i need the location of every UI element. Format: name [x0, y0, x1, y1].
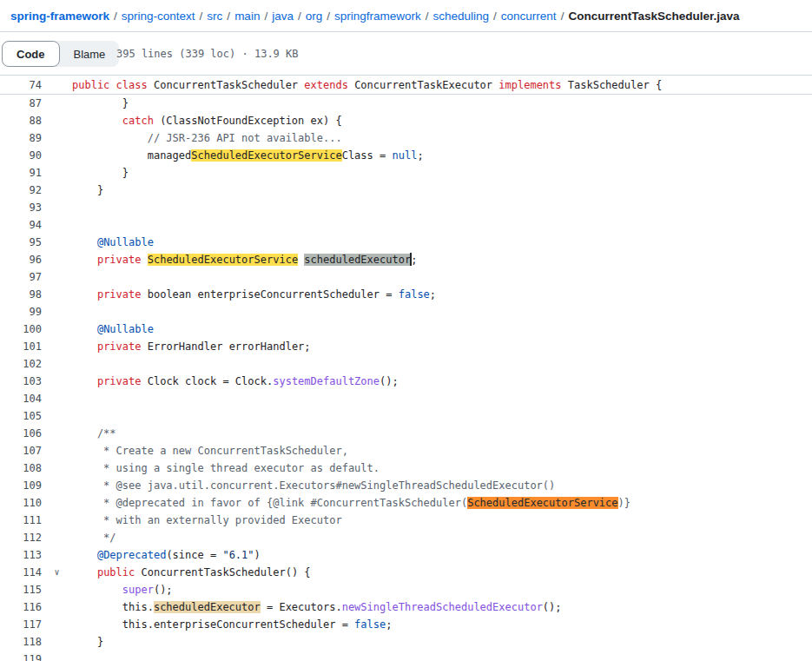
line-number[interactable]: 104 — [0, 390, 42, 407]
breadcrumb-link-springframework[interactable]: springframework — [334, 10, 421, 23]
code-text[interactable]: managedScheduledExecutorServiceClass = n… — [72, 147, 812, 164]
code-line: 90 managedScheduledExecutorServiceClass … — [0, 147, 812, 164]
line-number[interactable]: 102 — [0, 355, 42, 373]
code-text[interactable] — [72, 407, 812, 425]
line-number[interactable]: 92 — [0, 182, 42, 199]
code-text[interactable]: * using a single thread executor as defa… — [72, 459, 812, 477]
code-line: 115 super(); — [0, 581, 812, 598]
line-number[interactable]: 91 — [0, 164, 42, 182]
code-text[interactable] — [72, 355, 812, 373]
line-number[interactable]: 74 — [0, 76, 42, 94]
code-line: 119 — [0, 651, 812, 661]
line-number[interactable]: 100 — [0, 321, 42, 338]
code-text[interactable]: } — [72, 95, 812, 112]
code-text[interactable]: catch (ClassNotFoundException ex) { — [72, 112, 812, 129]
line-number[interactable]: 106 — [0, 425, 42, 442]
code-text[interactable] — [72, 651, 812, 661]
line-number[interactable]: 93 — [0, 199, 42, 216]
breadcrumb-link-spring-context[interactable]: spring-context — [122, 10, 195, 23]
line-number[interactable]: 89 — [0, 129, 42, 147]
line-number[interactable]: 101 — [0, 338, 42, 355]
chevron-slot — [42, 216, 72, 234]
code-line: 99 — [0, 303, 812, 321]
code-text[interactable]: public class ConcurrentTaskScheduler ext… — [72, 76, 812, 94]
breadcrumb-link-src[interactable]: src — [207, 10, 222, 23]
tab-code[interactable]: Code — [2, 41, 60, 67]
code-text[interactable] — [72, 390, 812, 407]
line-number[interactable]: 118 — [0, 633, 42, 651]
code-text[interactable]: @Nullable — [72, 321, 812, 338]
code-line: 110 * @deprecated in favor of {@link #Co… — [0, 494, 812, 512]
code-text[interactable]: } — [72, 633, 812, 651]
code-text[interactable] — [72, 199, 812, 216]
code-text[interactable]: @Nullable — [72, 234, 812, 251]
collapse-chevron-icon[interactable]: ∨ — [42, 564, 72, 581]
code-text[interactable]: * @see java.util.concurrent.Executors#ne… — [72, 477, 812, 494]
line-number[interactable]: 112 — [0, 529, 42, 546]
line-number[interactable]: 105 — [0, 407, 42, 425]
line-number[interactable]: 95 — [0, 234, 42, 251]
code-text[interactable]: super(); — [72, 581, 812, 598]
line-number[interactable]: 117 — [0, 616, 42, 633]
code-line: 117 this.enterpriseConcurrentScheduler =… — [0, 616, 812, 633]
code-text[interactable]: // JSR-236 API not available... — [72, 129, 812, 147]
line-number[interactable]: 108 — [0, 459, 42, 477]
code-text[interactable]: } — [72, 164, 812, 182]
code-line: 112 */ — [0, 529, 812, 546]
code-text[interactable] — [72, 216, 812, 234]
tab-blame[interactable]: Blame — [60, 41, 120, 67]
code-text[interactable] — [72, 303, 812, 321]
code-text[interactable]: public ConcurrentTaskScheduler() { — [72, 564, 812, 581]
line-number[interactable]: 113 — [0, 546, 42, 564]
line-number[interactable]: 88 — [0, 112, 42, 129]
line-number[interactable]: 103 — [0, 373, 42, 390]
line-number[interactable]: 99 — [0, 303, 42, 321]
code-text[interactable]: } — [72, 182, 812, 199]
chevron-slot — [42, 76, 72, 94]
code-line: 87 } — [0, 95, 812, 112]
chevron-slot — [42, 390, 72, 407]
code-text[interactable]: */ — [72, 529, 812, 546]
chevron-slot — [42, 651, 72, 661]
line-number[interactable]: 110 — [0, 494, 42, 512]
code-text[interactable]: /** — [72, 425, 812, 442]
breadcrumb-link-spring-framework[interactable]: spring-framework — [10, 10, 109, 23]
code-line: 107 * Create a new ConcurrentTaskSchedul… — [0, 442, 812, 459]
line-number[interactable]: 90 — [0, 147, 42, 164]
breadcrumb-link-concurrent[interactable]: concurrent — [501, 10, 557, 23]
line-number[interactable]: 116 — [0, 598, 42, 616]
line-number[interactable]: 114 — [0, 564, 42, 581]
code-text[interactable]: private ErrorHandler errorHandler; — [72, 338, 812, 355]
code-text[interactable] — [72, 268, 812, 286]
file-toolbar: Code Blame 395 lines (339 loc) · 13.9 KB — [0, 32, 812, 76]
code-line: 95 @Nullable — [0, 234, 812, 251]
code-text[interactable]: * with an externally provided Executor — [72, 512, 812, 529]
code-text[interactable]: private ScheduledExecutorService schedul… — [72, 251, 812, 268]
breadcrumb-link-main[interactable]: main — [234, 10, 260, 23]
line-number[interactable]: 115 — [0, 581, 42, 598]
code-text[interactable]: * @deprecated in favor of {@link #Concur… — [72, 494, 812, 512]
breadcrumb-link-java[interactable]: java — [272, 10, 294, 23]
breadcrumb-current-file: ConcurrentTaskScheduler.java — [568, 10, 739, 23]
code-text[interactable]: this.enterpriseConcurrentScheduler = fal… — [72, 616, 812, 633]
code-text[interactable]: * Create a new ConcurrentTaskScheduler, — [72, 442, 812, 459]
line-number[interactable]: 94 — [0, 216, 42, 234]
breadcrumb-link-scheduling[interactable]: scheduling — [433, 10, 490, 23]
code-text[interactable]: @Deprecated(since = "6.1") — [72, 546, 812, 564]
sticky-context-line: 74public class ConcurrentTaskScheduler e… — [0, 76, 812, 95]
line-number[interactable]: 111 — [0, 512, 42, 529]
code-text[interactable]: private Clock clock = Clock.systemDefaul… — [72, 373, 812, 390]
line-number[interactable]: 96 — [0, 251, 42, 268]
code-text[interactable]: private boolean enterpriseConcurrentSche… — [72, 286, 812, 303]
line-number[interactable]: 97 — [0, 268, 42, 286]
code-text[interactable]: this.scheduledExecutor = Executors.newSi… — [72, 598, 812, 616]
line-number[interactable]: 109 — [0, 477, 42, 494]
line-number[interactable]: 98 — [0, 286, 42, 303]
chevron-slot — [42, 529, 72, 546]
breadcrumb-separator: / — [322, 10, 334, 23]
line-number[interactable]: 87 — [0, 95, 42, 112]
breadcrumb-link-org[interactable]: org — [306, 10, 323, 23]
line-number[interactable]: 107 — [0, 442, 42, 459]
line-number[interactable]: 119 — [0, 651, 42, 661]
search-match-highlight: ScheduledExecutorService — [467, 497, 617, 509]
